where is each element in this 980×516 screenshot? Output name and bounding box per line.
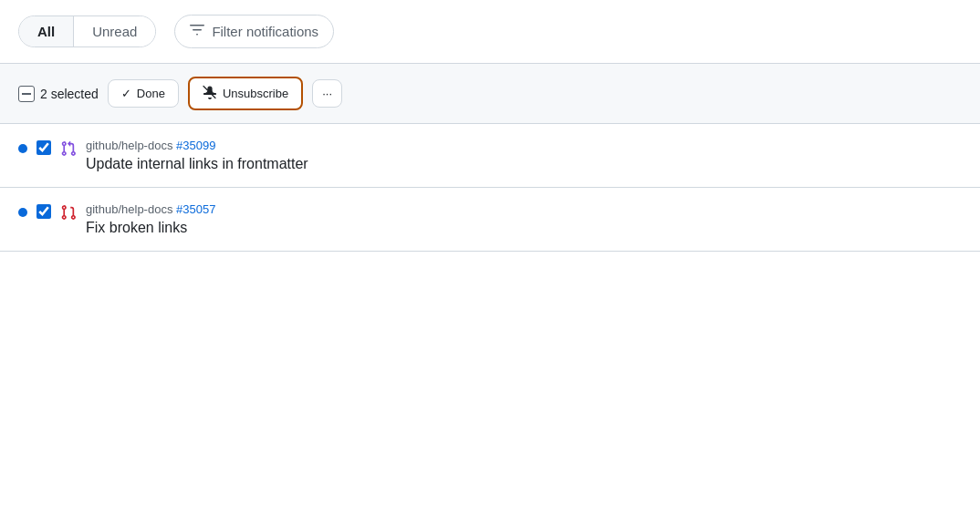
pr-icon: [60, 140, 77, 160]
unread-dot: [18, 208, 27, 217]
selected-count: 2 selected: [40, 87, 99, 101]
tab-unread[interactable]: Unread: [74, 16, 155, 46]
filter-icon: [190, 23, 204, 40]
notification-checkbox[interactable]: [36, 140, 51, 155]
checkbox-wrap[interactable]: [36, 204, 51, 222]
repo-name: github/help-docs: [86, 202, 176, 216]
tab-group: All Unread: [18, 15, 156, 47]
top-bar: All Unread Filter notifications: [0, 0, 980, 64]
unsubscribe-button[interactable]: Unsubscribe: [188, 77, 303, 110]
notification-checkbox[interactable]: [36, 204, 51, 219]
action-bar: 2 selected ✓ Done Unsubscribe ···: [0, 64, 980, 124]
done-button[interactable]: ✓ Done: [108, 79, 179, 108]
more-button[interactable]: ···: [312, 79, 342, 108]
notification-content: github/help-docs #35057 Fix broken links: [86, 202, 215, 236]
ellipsis-icon: ···: [322, 87, 332, 100]
done-label: Done: [137, 87, 165, 100]
partial-checkbox[interactable]: [18, 86, 35, 102]
notification-content: github/help-docs #35099 Update internal …: [86, 139, 308, 172]
notification-title: Update internal links in frontmatter: [86, 156, 308, 172]
select-indicator: 2 selected: [18, 86, 99, 102]
filter-button-label: Filter notifications: [212, 24, 318, 39]
pr-closed-icon: [60, 204, 77, 223]
notification-item[interactable]: github/help-docs #35099 Update internal …: [0, 124, 980, 188]
issue-number: #35099: [176, 139, 215, 152]
notification-title: Fix broken links: [86, 220, 215, 236]
notification-list: github/help-docs #35099 Update internal …: [0, 124, 980, 252]
issue-number: #35057: [176, 202, 215, 216]
repo-name: github/help-docs: [86, 139, 176, 152]
tab-all[interactable]: All: [19, 16, 74, 46]
notification-item[interactable]: github/help-docs #35057 Fix broken links: [0, 188, 980, 252]
bell-off-icon: [203, 85, 217, 102]
main-content: 2 selected ✓ Done Unsubscribe ···: [0, 64, 980, 252]
unsubscribe-label: Unsubscribe: [223, 87, 288, 100]
notification-repo-line: github/help-docs #35099: [86, 139, 308, 152]
notification-repo-line: github/help-docs #35057: [86, 202, 215, 216]
checkmark-icon: ✓: [121, 87, 131, 100]
checkbox-wrap[interactable]: [36, 140, 51, 158]
unread-dot: [18, 144, 27, 153]
filter-button[interactable]: Filter notifications: [174, 15, 334, 48]
